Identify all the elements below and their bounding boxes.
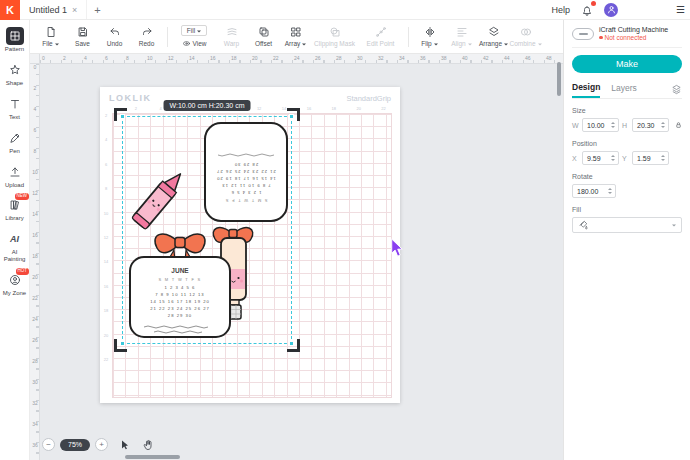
horizontal-scrollbar[interactable] (125, 455, 180, 459)
edit-point-button: Edit Point (358, 26, 403, 47)
zoom-out-button[interactable]: − (42, 438, 55, 451)
sidebar-item-pen[interactable]: Pen (0, 129, 29, 155)
user-icon (607, 5, 616, 14)
fill-label: Fill (572, 206, 682, 213)
sidebar-item-pattern[interactable]: Pattern (0, 27, 29, 53)
view-button[interactable]: View (182, 39, 207, 48)
chevron-down-icon (468, 43, 472, 47)
mouse-cursor (390, 238, 404, 262)
help-link[interactable]: Help (552, 5, 571, 15)
lock-icon[interactable] (675, 120, 682, 130)
x-stepper[interactable] (611, 155, 615, 161)
combine-icon (520, 26, 532, 38)
machine-name: iCraft Cutting Machine (599, 26, 668, 33)
machine-status: Not connected (599, 34, 668, 41)
offset-button[interactable]: Offset (248, 26, 279, 47)
undo-icon (109, 26, 121, 38)
save-button[interactable]: Save (67, 26, 98, 47)
select-tool-icon[interactable] (119, 439, 131, 451)
new-tab-button[interactable]: + (87, 4, 107, 16)
sidebar-item-shape[interactable]: Text Shape (0, 61, 29, 87)
resize-handle[interactable] (120, 114, 125, 119)
save-icon (77, 26, 89, 38)
sidebar-item-text[interactable]: Text (0, 95, 29, 121)
array-icon (290, 26, 302, 38)
resize-handle[interactable] (289, 341, 294, 346)
sidebar-item-ai-painting[interactable]: AI AI Painting (0, 230, 29, 263)
warp-button: Warp (216, 26, 247, 47)
height-stepper[interactable] (661, 122, 665, 128)
sidebar: Pattern Text Shape Text Pen Upload NEW (0, 20, 30, 460)
width-input[interactable]: 10.00 (582, 118, 619, 132)
hot-badge: HOT (16, 268, 30, 275)
y-input[interactable]: 1.59 (632, 151, 669, 165)
app-window: K Untitled 1 × + Help ☰ Pattern Text Sh (0, 0, 690, 460)
y-stepper[interactable] (661, 155, 665, 161)
sidebar-item-upload[interactable]: Upload (0, 163, 29, 189)
arrange-icon (488, 26, 500, 38)
tab-layers[interactable]: Layers (611, 81, 637, 97)
pen-icon (6, 129, 24, 147)
position-label: Position (572, 140, 682, 147)
notifications-button[interactable] (581, 3, 594, 16)
fill-select[interactable] (572, 217, 682, 233)
flip-button[interactable]: Flip (414, 26, 445, 47)
panel-tabs: Design Layers (572, 80, 682, 99)
tab-title: Untitled 1 (29, 5, 67, 15)
paint-bucket-icon (578, 220, 588, 230)
avatar[interactable] (604, 3, 618, 17)
menu-button[interactable]: ☰ (676, 4, 685, 15)
edit-point-icon (375, 26, 387, 38)
status-dot-icon (599, 36, 603, 40)
redo-icon (141, 26, 153, 38)
combine-button: Combine (510, 26, 541, 47)
machine-icon (579, 33, 588, 35)
arrange-button[interactable]: Arrange (478, 26, 509, 47)
ruler-corner (30, 54, 40, 64)
rotate-input[interactable]: 180.00 (572, 184, 616, 198)
chevron-down-icon (504, 43, 508, 47)
sidebar-item-library[interactable]: NEW Library (0, 196, 29, 222)
titlebar: K Untitled 1 × + Help ☰ (0, 0, 690, 20)
x-label: X (572, 155, 579, 162)
align-icon (456, 26, 468, 38)
width-stepper[interactable] (611, 122, 615, 128)
size-label: Size (572, 107, 682, 114)
vertical-scrollbar[interactable] (557, 62, 561, 96)
machine-section: iCraft Cutting Machine Not connected (572, 26, 682, 48)
toolbar-divider (167, 27, 168, 47)
notification-badge (591, 1, 596, 6)
warp-icon (226, 26, 238, 38)
file-button[interactable]: File (35, 26, 66, 47)
undo-button[interactable]: Undo (99, 26, 130, 47)
hand-tool-icon[interactable] (142, 439, 154, 451)
resize-handle[interactable] (120, 341, 125, 346)
tab-close-icon[interactable]: × (72, 5, 77, 15)
upload-icon (6, 163, 24, 181)
height-label: H (622, 122, 629, 129)
canvas[interactable]: 0246810121416182022242628303234363840424… (30, 54, 563, 460)
new-badge: NEW (15, 193, 30, 200)
app-logo[interactable]: K (0, 0, 20, 20)
selection-box[interactable]: W:10.00 cm H:20.30 cm (122, 116, 292, 344)
document-tab[interactable]: Untitled 1 × (20, 0, 87, 19)
layers-icon[interactable] (671, 84, 682, 95)
clipping-mask-button: Clipping Mask (312, 26, 357, 47)
tab-design[interactable]: Design (572, 80, 600, 98)
x-input[interactable]: 9.59 (582, 151, 619, 165)
zoom-in-button[interactable]: + (95, 438, 108, 451)
redo-button[interactable]: Redo (131, 26, 162, 47)
text-icon (6, 95, 24, 113)
array-button[interactable]: Array (280, 26, 311, 47)
y-label: Y (622, 155, 629, 162)
machine-connect-button[interactable] (572, 28, 594, 40)
rotate-stepper[interactable] (608, 188, 612, 194)
fill-view-group: Fill View (173, 25, 215, 48)
zoom-level[interactable]: 75% (60, 439, 90, 451)
fill-type-select[interactable]: Fill (181, 25, 207, 36)
sidebar-item-my-zone[interactable]: HOT My Zone (0, 271, 29, 297)
resize-handle[interactable] (289, 114, 294, 119)
make-button[interactable]: Make (572, 55, 682, 73)
height-input[interactable]: 20.30 (632, 118, 669, 132)
chevron-down-icon (302, 43, 306, 47)
